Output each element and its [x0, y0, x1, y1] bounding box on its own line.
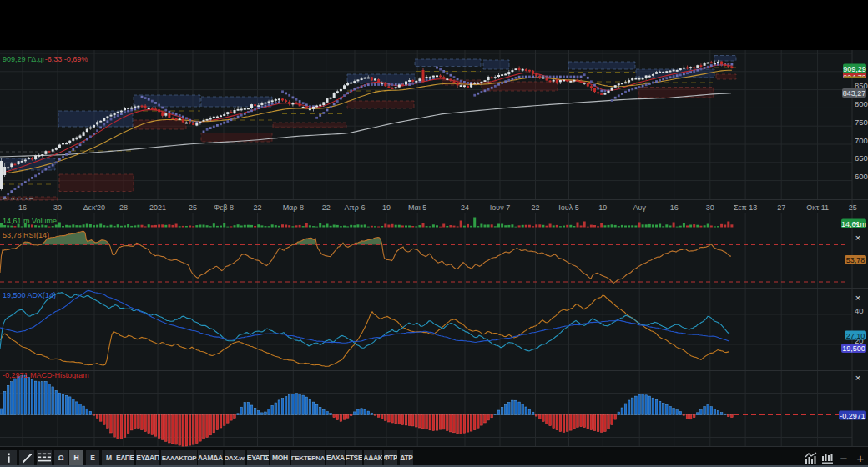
svg-text:53,78: 53,78: [846, 256, 865, 264]
svg-text:28: 28: [119, 203, 128, 212]
svg-text:909,29: 909,29: [843, 65, 866, 73]
svg-text:Φεβ 8: Φεβ 8: [214, 203, 234, 212]
svg-text:16: 16: [670, 203, 679, 212]
svg-text:-0,2971: -0,2971: [840, 412, 865, 420]
svg-text:Δεκ'20: Δεκ'20: [83, 203, 105, 212]
svg-text:22: 22: [322, 203, 331, 212]
svg-text:×: ×: [855, 373, 860, 383]
svg-text:22: 22: [531, 203, 539, 212]
svg-text:27,10: 27,10: [846, 332, 865, 340]
svg-text:Οκτ 11: Οκτ 11: [806, 203, 829, 212]
svg-text:30: 30: [706, 203, 714, 212]
svg-text:600: 600: [855, 172, 868, 181]
svg-text:909,29 ΓΔ.gr-6,33 -0,69%: 909,29 ΓΔ.gr-6,33 -0,69%: [3, 55, 88, 63]
svg-text:24: 24: [461, 203, 469, 212]
svg-text:Μαι 5: Μαι 5: [408, 203, 426, 212]
svg-text:22: 22: [253, 203, 261, 212]
svg-text:650: 650: [855, 153, 868, 163]
svg-text:53,78 RSI(14): 53,78 RSI(14): [3, 231, 49, 239]
svg-text:Μαρ 8: Μαρ 8: [283, 203, 304, 212]
svg-text:19: 19: [598, 203, 607, 212]
svg-text:14,61 m Volume: 14,61 m Volume: [3, 217, 57, 225]
svg-text:700: 700: [855, 136, 868, 145]
svg-text:750: 750: [855, 118, 868, 127]
svg-text:800: 800: [855, 99, 868, 108]
svg-text:Ιουν 7: Ιουν 7: [490, 203, 510, 212]
svg-text:40: 40: [855, 306, 864, 315]
svg-text:27: 27: [777, 203, 785, 212]
svg-text:2021: 2021: [149, 203, 166, 212]
svg-text:25: 25: [849, 203, 857, 212]
svg-text:19,500: 19,500: [842, 344, 865, 353]
svg-text:×: ×: [855, 233, 860, 243]
svg-text:19: 19: [382, 203, 391, 212]
svg-text:19,500 ADX(14): 19,500 ADX(14): [3, 291, 56, 299]
svg-text:30: 30: [53, 203, 62, 212]
svg-text:16: 16: [18, 203, 27, 212]
svg-text:843,27: 843,27: [843, 89, 866, 98]
svg-text:Σεπ 13: Σεπ 13: [734, 203, 757, 212]
svg-text:-0,2971 MACD-Histogram: -0,2971 MACD-Histogram: [3, 371, 89, 379]
svg-text:×: ×: [854, 218, 859, 228]
svg-text:Αυγ: Αυγ: [633, 203, 646, 212]
svg-text:25: 25: [189, 203, 197, 212]
svg-text:Απρ 6: Απρ 6: [345, 203, 366, 212]
svg-text:×: ×: [855, 293, 860, 303]
svg-text:Ιουλ 5: Ιουλ 5: [558, 203, 578, 212]
